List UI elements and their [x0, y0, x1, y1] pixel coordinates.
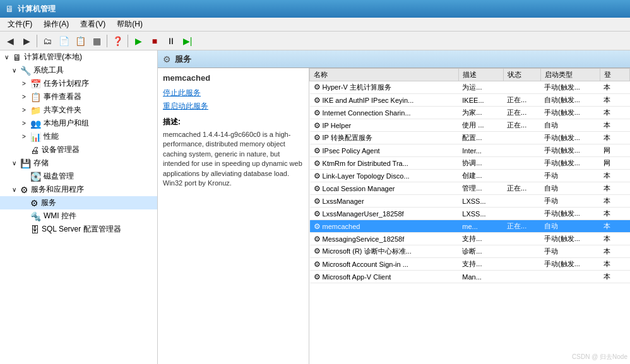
menu-action[interactable]: 操作(A)	[39, 18, 74, 31]
computer-icon: 🖥	[13, 52, 21, 62]
restart-button[interactable]: ▶|	[180, 33, 195, 49]
service-logon-cell: 本	[600, 195, 629, 208]
tree-toggle-shared[interactable]: >	[20, 107, 28, 114]
table-row[interactable]: ⚙ Internet Connection Sharin... 为家... 正在…	[310, 107, 630, 119]
table-row[interactable]: ⚙ Microsoft (R) 诊断中心标准... 诊断... 手动 本	[310, 245, 630, 258]
table-row[interactable]: ⚙ Microsoft Account Sign-in ... 支持... 手动…	[310, 258, 630, 271]
services-header-icon: ⚙	[163, 54, 171, 64]
paste-button[interactable]: 📋	[73, 33, 88, 49]
tree-toggle-performance[interactable]: >	[20, 133, 28, 140]
tree-item-services[interactable]: ⚙ 服务	[0, 196, 157, 209]
service-logon-cell: 本	[600, 182, 629, 195]
tree-item-shared-folders[interactable]: > 📁 共享文件夹	[0, 103, 157, 117]
table-row[interactable]: ⚙ Link-Layer Topology Disco... 创建... 手动 …	[310, 170, 630, 182]
table-row[interactable]: ⚙ KtmRm for Distributed Tra... 协调... 手动(…	[310, 157, 630, 170]
back-button[interactable]: ◀	[3, 33, 18, 49]
title-bar-text: 计算机管理	[18, 4, 56, 15]
col-header-name[interactable]: 名称	[310, 69, 459, 81]
icon-view-button[interactable]: ▦	[89, 33, 104, 49]
forward-button[interactable]: ▶	[19, 33, 34, 49]
service-logon-cell: 本	[600, 258, 629, 271]
service-status-cell: 正在...	[503, 94, 540, 107]
help-button[interactable]: ❓	[110, 33, 125, 49]
performance-icon: 📊	[30, 132, 41, 142]
service-name-cell: ⚙ KtmRm for Distributed Tra...	[310, 157, 459, 170]
service-status-cell	[503, 208, 540, 220]
system-tools-icon: 🔧	[20, 66, 31, 76]
table-row[interactable]: ⚙ IP Helper 使用 ... 正在... 自动 本	[310, 119, 630, 132]
right-panel: ⚙ 服务 memcached 停止此服务 重启动此服务 描述: memcache…	[158, 50, 630, 364]
restart-service-link[interactable]: 重启动此服务	[163, 101, 304, 112]
tree-item-root[interactable]: ∨ 🖥 计算机管理(本地)	[0, 50, 157, 64]
table-row[interactable]: ⚙ IP 转换配置服务 配置... 手动(触发... 本	[310, 132, 630, 144]
menu-file[interactable]: 文件(F)	[3, 18, 37, 31]
tree-toggle-task[interactable]: >	[20, 80, 28, 87]
pause-button[interactable]: ⏸	[163, 33, 179, 49]
tree-toggle-system[interactable]: ∨	[10, 67, 18, 74]
table-row[interactable]: ⚙ MessagingService_18258f 支持... 手动(触发...…	[310, 233, 630, 245]
service-startup-cell: 手动(触发...	[540, 107, 600, 119]
service-status-cell	[503, 170, 540, 182]
tree-item-sql-config[interactable]: 🗄 SQL Server 配置管理器	[0, 223, 157, 236]
services-apps-icon: ⚙	[20, 185, 28, 195]
service-name-cell: ⚙ Hyper-V 主机计算服务	[310, 81, 459, 94]
table-row[interactable]: ⚙ LxssManager LXSS... 手动 本	[310, 195, 630, 208]
tree-item-wmi[interactable]: 🔩 WMI 控件	[0, 209, 157, 223]
disk-mgmt-icon: 💽	[30, 172, 41, 182]
tree-toggle-local-users[interactable]: >	[20, 120, 28, 127]
tree-toggle-root[interactable]: ∨	[3, 54, 10, 61]
stop-button[interactable]: ■	[147, 33, 162, 49]
stop-service-link[interactable]: 停止此服务	[163, 88, 304, 98]
table-row[interactable]: ⚙ IKE and AuthIP IPsec Keyin... IKEE... …	[310, 94, 630, 107]
service-desc-cell: 创建...	[458, 170, 503, 182]
folder-button[interactable]: 🗂	[40, 33, 55, 49]
table-row[interactable]: ⚙ memcached me... 正在... 自动 本	[310, 220, 630, 233]
col-header-startup[interactable]: 启动类型	[540, 69, 600, 81]
tree-item-local-users[interactable]: > 👥 本地用户和组	[0, 117, 157, 130]
table-row[interactable]: ⚙ Microsoft App-V Client Man... 本	[310, 271, 630, 283]
service-name-cell: ⚙ Microsoft (R) 诊断中心标准...	[310, 245, 459, 258]
tree-toggle-event[interactable]: >	[20, 93, 28, 100]
shared-folders-icon: 📁	[30, 105, 41, 115]
service-startup-cell: 手动	[540, 245, 600, 258]
service-startup-cell: 自动	[540, 182, 600, 195]
tree-item-disk-mgmt[interactable]: 💽 磁盘管理	[0, 170, 157, 183]
tree-item-storage[interactable]: ∨ 💾 存储	[0, 156, 157, 170]
service-logon-cell: 本	[600, 208, 629, 220]
description-label: 描述:	[163, 117, 304, 127]
tree-item-device-manager[interactable]: 🖨 设备管理器	[0, 143, 157, 156]
tree-toggle-svc-apps[interactable]: ∨	[10, 186, 18, 193]
separator-1	[37, 35, 37, 47]
tree-label-sql-config: SQL Server 配置管理器	[42, 224, 121, 235]
service-startup-cell: 手动(触发...	[540, 233, 600, 245]
tree-toggle-storage[interactable]: ∨	[10, 160, 18, 167]
left-panel: ∨ 🖥 计算机管理(本地) ∨ 🔧 系统工具 > 📅 任务计划程序 > 📋 事件…	[0, 50, 158, 364]
tree-item-event-viewer[interactable]: > 📋 事件查看器	[0, 90, 157, 103]
service-logon-cell: 网	[600, 157, 629, 170]
table-row[interactable]: ⚙ Local Session Manager 管理... 正在... 自动 本	[310, 182, 630, 195]
tree-label-wmi: WMI 控件	[44, 211, 76, 221]
service-status-cell: 正在...	[503, 119, 540, 132]
service-name-cell: ⚙ memcached	[310, 220, 459, 233]
service-startup-cell: 手动(触发...	[540, 157, 600, 170]
copy-button[interactable]: 📄	[56, 33, 71, 49]
col-header-status[interactable]: 状态	[503, 69, 540, 81]
col-header-logon[interactable]: 登	[600, 69, 629, 81]
menu-view[interactable]: 查看(V)	[75, 18, 110, 31]
main-layout: ∨ 🖥 计算机管理(本地) ∨ 🔧 系统工具 > 📅 任务计划程序 > 📋 事件…	[0, 50, 630, 364]
col-header-desc[interactable]: 描述	[458, 69, 503, 81]
table-row[interactable]: ⚙ LxssManagerUser_18258f LXSS... 手动(触发..…	[310, 208, 630, 220]
tree-item-services-apps[interactable]: ∨ ⚙ 服务和应用程序	[0, 183, 157, 196]
tree-item-task-scheduler[interactable]: > 📅 任务计划程序	[0, 77, 157, 90]
menu-help[interactable]: 帮助(H)	[112, 18, 148, 31]
service-name-cell: ⚙ IPsec Policy Agent	[310, 144, 459, 157]
service-logon-cell: 本	[600, 271, 629, 283]
table-row[interactable]: ⚙ Hyper-V 主机计算服务 为运... 手动(触发... 本	[310, 81, 630, 94]
service-logon-cell: 本	[600, 245, 629, 258]
service-name-cell: ⚙ MessagingService_18258f	[310, 233, 459, 245]
tree-item-system-tools[interactable]: ∨ 🔧 系统工具	[0, 64, 157, 77]
table-row[interactable]: ⚙ IPsec Policy Agent Inter... 手动(触发... 网	[310, 144, 630, 157]
play-button[interactable]: ▶	[131, 33, 146, 49]
local-users-icon: 👥	[30, 119, 41, 129]
tree-item-performance[interactable]: > 📊 性能	[0, 130, 157, 143]
